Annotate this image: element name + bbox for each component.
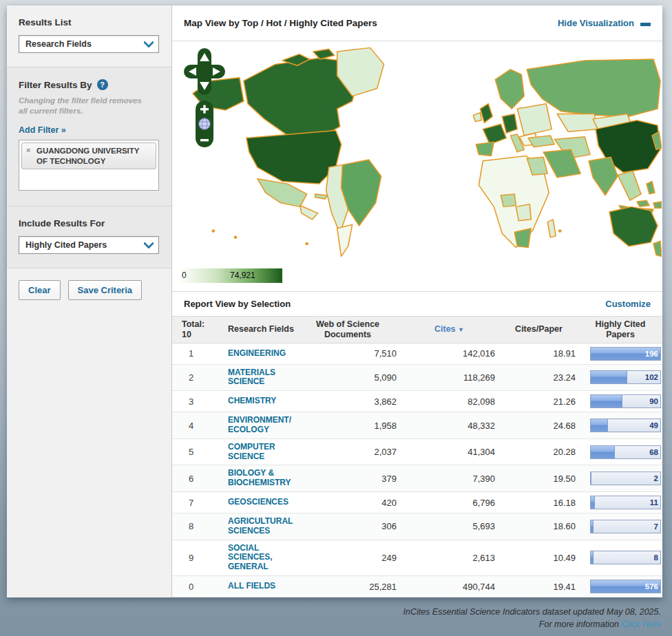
highly-cited-bar-cell: 576 (578, 580, 662, 593)
filter-chip-label: GUANGDONG UNIVERSITY OF TECHNOLOGY (36, 147, 139, 165)
column-header-cites-per-paper[interactable]: Cites/Paper (499, 324, 578, 335)
include-results-dropdown[interactable]: Highly Cited Papers (19, 236, 159, 254)
wos-documents-cell: 306 (296, 521, 399, 531)
cites-per-paper-cell: 23.24 (499, 372, 578, 383)
chevron-down-icon (144, 41, 154, 47)
table-row: 8 AGRICULTURAL SCIENCES 306 5,693 18.60 … (172, 513, 662, 540)
pan-control[interactable] (184, 48, 225, 95)
results-list-dropdown[interactable]: Research Fields (19, 35, 159, 53)
research-field-link[interactable]: COMPUTER SCIENCE (210, 443, 296, 462)
research-field-link[interactable]: AGRICULTURAL SCIENCES (210, 517, 296, 536)
rank-cell: 4 (172, 421, 210, 431)
research-field-link[interactable]: CHEMISTRY (210, 396, 296, 406)
bar-fill (591, 520, 594, 533)
cites-cell: 48,332 (399, 421, 499, 431)
rank-cell: 9 (172, 553, 210, 563)
wos-documents-cell: 379 (296, 474, 399, 484)
research-field-link[interactable]: SOCIAL SCIENCES, GENERAL (210, 544, 296, 572)
table-row: 6 BIOLOGY & BIOCHEMISTRY 379 7,390 19.50… (172, 465, 662, 492)
highly-cited-bar-cell: 11 (578, 496, 662, 509)
highly-cited-bar: 49 (590, 418, 661, 432)
results-list-heading: Results List (19, 17, 165, 28)
wos-documents-cell: 5,090 (296, 372, 399, 383)
cites-per-paper-cell: 10.49 (499, 553, 578, 563)
bar-fill (591, 496, 595, 509)
highly-cited-bar: 576 (590, 580, 661, 593)
remove-filter-icon[interactable]: × (26, 146, 30, 156)
cites-cell: 490,744 (399, 582, 499, 592)
column-header-highly-cited[interactable]: Highly Cited Papers (578, 319, 662, 340)
cites-cell: 7,390 (399, 474, 499, 484)
customize-link[interactable]: Customize (605, 299, 651, 309)
table-row: 5 COMPUTER SCIENCE 2,037 41,304 20.28 68 (172, 439, 662, 466)
bar-value: 49 (649, 421, 658, 430)
filter-list: × GUANGDONG UNIVERSITY OF TECHNOLOGY (19, 140, 159, 191)
wos-documents-cell: 1,958 (296, 421, 399, 431)
highly-cited-bar-cell: 2 (578, 471, 662, 485)
bar-value: 196 (645, 350, 658, 358)
save-criteria-button[interactable]: Save Criteria (68, 280, 143, 300)
cites-per-paper-cell: 19.41 (499, 582, 578, 592)
rank-cell: 7 (172, 498, 210, 508)
cites-per-paper-cell: 20.28 (499, 447, 578, 457)
column-header-total: Total: 10 (172, 319, 210, 340)
research-field-link[interactable]: MATERIALS SCIENCE (210, 368, 296, 388)
rank-cell: 1 (172, 348, 210, 359)
globe-icon (199, 118, 210, 129)
bar-value: 68 (649, 448, 658, 456)
report-table-body: 1 ENGINEERING 7,510 142,016 18.91 196 2 … (172, 343, 662, 597)
cites-cell: 5,693 (399, 521, 499, 531)
cites-cell: 41,304 (399, 447, 499, 457)
table-row: 0 ALL FIELDS 25,281 490,744 19.41 576 (172, 576, 662, 597)
cites-cell: 142,016 (399, 348, 499, 359)
help-icon[interactable]: ? (97, 79, 108, 90)
map-controls (182, 47, 227, 151)
hide-visualization-link[interactable]: Hide Visualization (558, 18, 651, 28)
results-list-section: Results List Research Fields (7, 6, 171, 67)
cites-cell: 2,613 (399, 553, 499, 563)
highly-cited-bar-cell: 196 (578, 347, 662, 361)
map-view-title: Map View by Top / Hot / Highly Cited Pap… (184, 18, 377, 28)
zoom-control[interactable] (196, 100, 213, 147)
rank-cell: 8 (172, 521, 210, 531)
highly-cited-bar-cell: 49 (578, 418, 662, 432)
research-field-link[interactable]: GEOSCIENCES (210, 498, 296, 507)
click-here-link[interactable]: Click Here (621, 619, 661, 629)
highly-cited-bar: 7 (590, 520, 661, 533)
research-field-link[interactable]: ALL FIELDS (210, 582, 296, 591)
app-window: Results List Research Fields Filter Resu… (7, 6, 662, 597)
bar-value: 11 (650, 498, 658, 507)
cites-per-paper-cell: 19.50 (499, 474, 578, 484)
add-filter-link[interactable]: Add Filter » (19, 125, 66, 135)
highly-cited-bar-cell: 8 (578, 551, 662, 564)
scale-max-label: 74,921 (230, 271, 255, 280)
research-field-link[interactable]: BIOLOGY & BIOCHEMISTRY (210, 469, 296, 488)
rank-cell: 0 (172, 582, 210, 592)
bar-fill (591, 446, 615, 458)
footer: InCites Essential Science Indicators dat… (403, 606, 661, 630)
scale-min-label: 0 (182, 271, 187, 280)
column-header-wos-documents[interactable]: Web of Science Documents (296, 319, 399, 340)
actions-section: Clear Save Criteria (7, 268, 171, 311)
report-view-header: Report View by Selection Customize (172, 291, 662, 316)
column-header-research-fields[interactable]: Research Fields (210, 324, 296, 335)
cites-per-paper-cell: 18.91 (499, 348, 578, 359)
cites-per-paper-cell: 21.26 (499, 396, 578, 407)
main-panel: Map View by Top / Hot / Highly Cited Pap… (172, 6, 662, 597)
highly-cited-bar-cell: 7 (578, 520, 662, 533)
sort-desc-icon: ▼ (458, 326, 464, 333)
bar-value: 7 (654, 522, 658, 531)
table-row: 3 CHEMISTRY 3,862 82,098 21.26 90 (172, 391, 662, 412)
bar-value: 90 (649, 397, 658, 405)
collapse-icon (640, 23, 651, 26)
clear-button[interactable]: Clear (19, 280, 61, 300)
rank-cell: 2 (172, 372, 210, 383)
cites-per-paper-cell: 24.68 (499, 421, 578, 431)
column-header-cites[interactable]: Cites ▼ (399, 324, 499, 335)
research-field-link[interactable]: ENVIRONMENT/ECOLOGY (210, 416, 296, 435)
bar-value: 8 (654, 553, 658, 562)
bar-value: 576 (645, 582, 658, 591)
sidebar: Results List Research Fields Filter Resu… (7, 6, 172, 597)
research-field-link[interactable]: ENGINEERING (210, 349, 296, 359)
filter-chip[interactable]: × GUANGDONG UNIVERSITY OF TECHNOLOGY (21, 142, 156, 169)
